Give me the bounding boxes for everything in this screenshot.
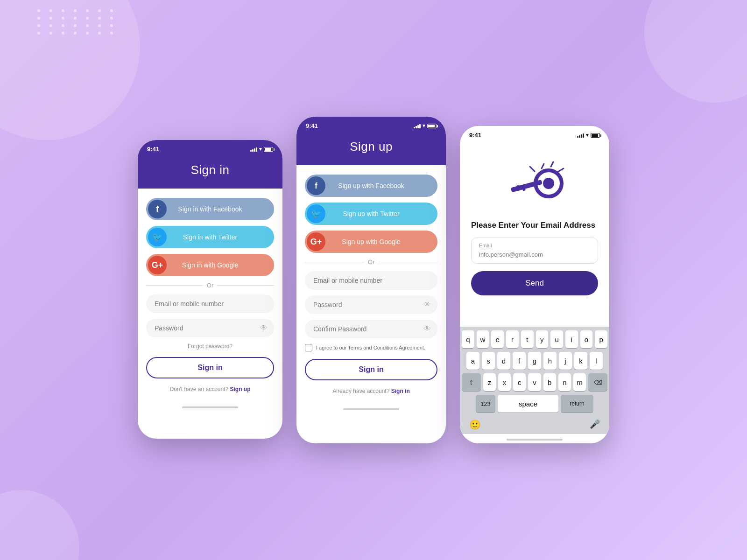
key-b[interactable]: b — [543, 373, 556, 391]
numbers-key[interactable]: 123 — [476, 395, 495, 413]
svg-line-6 — [551, 162, 553, 167]
signup-content: f Sign up with Facebook 🐦 Sign up with T… — [296, 165, 446, 404]
key-a[interactable]: a — [466, 352, 479, 370]
key-t[interactable]: t — [521, 330, 534, 348]
status-icons-3: ▾ — [577, 132, 600, 138]
signup-link[interactable]: Sign up — [230, 386, 251, 392]
password-wrapper-1: 👁 — [146, 319, 274, 337]
keyboard-row-3: ⇧ z x c v b n m ⌫ — [462, 373, 607, 391]
wifi-icon-2: ▾ — [423, 123, 425, 129]
emoji-key[interactable]: 🙂 — [469, 419, 481, 430]
key-y[interactable]: y — [536, 330, 549, 348]
key-f[interactable]: f — [513, 352, 526, 370]
signin-title: Sign in — [147, 163, 273, 177]
signin-facebook-button[interactable]: f Sign in with Facebook — [146, 198, 274, 220]
svg-line-5 — [542, 164, 544, 168]
battery-icon-3 — [591, 133, 600, 138]
time-1: 9:41 — [147, 146, 159, 153]
key-r[interactable]: r — [506, 330, 519, 348]
phone-email: 9:41 ▾ — [460, 126, 609, 443]
key-j[interactable]: j — [559, 352, 572, 370]
backspace-key[interactable]: ⌫ — [588, 373, 607, 391]
signup-header: Sign up — [296, 132, 446, 165]
keyboard-row-2: a s d f g h j k l — [462, 352, 607, 370]
email-field[interactable] — [479, 251, 590, 258]
wifi-icon: ▾ — [259, 146, 262, 152]
mic-key[interactable]: 🎤 — [590, 419, 600, 430]
key-q[interactable]: q — [462, 330, 474, 348]
password-input-2[interactable] — [305, 295, 437, 314]
facebook-icon: f — [148, 200, 167, 218]
confirm-password-input[interactable] — [305, 320, 437, 338]
key-v[interactable]: v — [528, 373, 541, 391]
signup-google-button[interactable]: G+ Sign up with Google — [305, 231, 437, 253]
email-input-group: Email — [471, 238, 598, 264]
terms-text: I agree to our Terms and Conditions Agre… — [316, 345, 425, 350]
key-p[interactable]: p — [595, 330, 607, 348]
key-o[interactable]: o — [580, 330, 593, 348]
key-k[interactable]: k — [574, 352, 587, 370]
key-z[interactable]: z — [483, 373, 496, 391]
time-2: 9:41 — [306, 122, 318, 129]
signup-title: Sign up — [306, 140, 437, 154]
key-u[interactable]: u — [550, 330, 563, 348]
password-wrapper-2: 👁 — [305, 295, 437, 314]
email-section: Please Enter Your Email Address Email Se… — [460, 141, 609, 327]
forgot-password-link[interactable]: Forgot password? — [146, 343, 274, 350]
status-icons-1: ▾ — [250, 146, 273, 152]
shift-key[interactable]: ⇧ — [462, 373, 481, 391]
signal-icon-2 — [414, 124, 421, 128]
key-n[interactable]: n — [558, 373, 571, 391]
facebook-icon-2: f — [307, 176, 325, 195]
status-bar-3: 9:41 ▾ — [460, 126, 609, 141]
key-x[interactable]: x — [498, 373, 511, 391]
keyboard-row-1: q w e r t y u i o p — [462, 330, 607, 348]
battery-icon-2 — [427, 124, 437, 128]
signal-icon — [250, 147, 257, 152]
terms-row: I agree to our Terms and Conditions Agre… — [305, 344, 437, 351]
phone-signup: 9:41 ▾ Sign up f Sign up with Facebook 🐦 — [296, 117, 446, 443]
signup-twitter-button[interactable]: 🐦 Sign up with Twitter — [305, 203, 437, 225]
key-m[interactable]: m — [573, 373, 586, 391]
emoji-bar: 🙂 🎤 — [462, 416, 607, 432]
password-input-1[interactable] — [146, 319, 274, 337]
key-l[interactable]: l — [590, 352, 603, 370]
email-input-2[interactable] — [305, 271, 437, 290]
battery-icon — [264, 147, 273, 152]
key-svg — [497, 155, 572, 211]
key-s[interactable]: s — [482, 352, 495, 370]
eye-icon-3[interactable]: 👁 — [423, 325, 431, 333]
email-input-1[interactable] — [146, 294, 274, 313]
return-key[interactable]: return — [561, 395, 593, 413]
signin-button-2[interactable]: Sign in — [305, 359, 437, 380]
key-d[interactable]: d — [497, 352, 510, 370]
divider-1: Or — [146, 282, 274, 289]
twitter-icon: 🐦 — [148, 228, 167, 246]
status-bar-1: 9:41 ▾ — [138, 140, 282, 155]
signin-button-1[interactable]: Sign in — [146, 357, 274, 378]
home-indicator-2 — [343, 408, 399, 410]
svg-point-1 — [543, 178, 554, 189]
enter-email-title: Please Enter Your Email Address — [471, 221, 598, 230]
signal-icon-3 — [577, 133, 584, 138]
wifi-icon-3: ▾ — [586, 132, 589, 138]
key-g[interactable]: g — [528, 352, 541, 370]
signin-twitter-button[interactable]: 🐦 Sign in with Twitter — [146, 226, 274, 248]
signin-link[interactable]: Sign in — [391, 388, 410, 394]
footer-1: Don't have an account? Sign up — [146, 386, 274, 392]
key-c[interactable]: c — [513, 373, 526, 391]
key-illustration — [471, 151, 598, 211]
terms-checkbox[interactable] — [305, 344, 312, 351]
divider-2: Or — [305, 259, 437, 266]
key-w[interactable]: w — [477, 330, 489, 348]
space-key[interactable]: space — [498, 395, 558, 413]
signup-facebook-button[interactable]: f Sign up with Facebook — [305, 175, 437, 197]
key-i[interactable]: i — [565, 330, 578, 348]
signin-header: Sign in — [138, 155, 282, 189]
eye-icon-1[interactable]: 👁 — [260, 324, 268, 332]
key-h[interactable]: h — [543, 352, 557, 370]
key-e[interactable]: e — [491, 330, 504, 348]
eye-icon-2[interactable]: 👁 — [423, 301, 431, 309]
send-button[interactable]: Send — [471, 271, 598, 295]
signin-google-button[interactable]: G+ Sign in with Google — [146, 254, 274, 276]
